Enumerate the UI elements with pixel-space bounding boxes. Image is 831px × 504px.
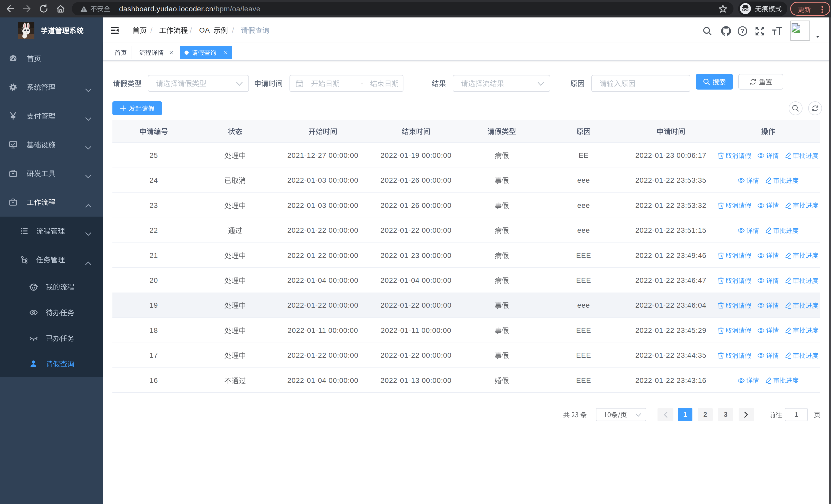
svg-text:?: ?	[741, 28, 744, 34]
